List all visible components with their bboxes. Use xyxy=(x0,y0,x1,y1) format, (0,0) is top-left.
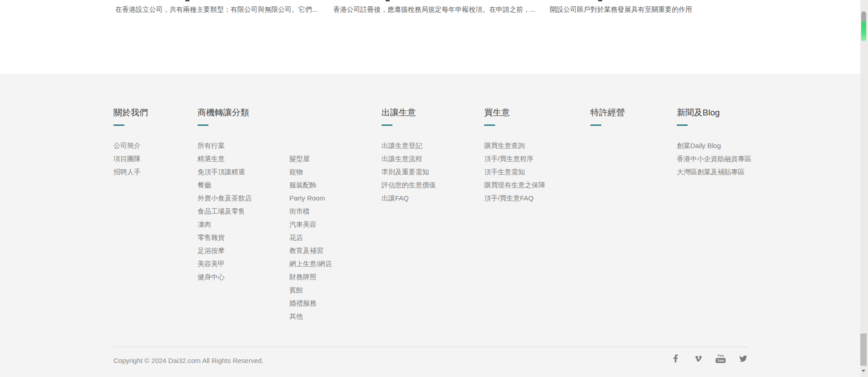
footer-column-about: 關於我們 公司簡介 項目團隊 招聘人手 xyxy=(113,107,148,178)
footer-link[interactable]: 頂手生意需知 xyxy=(484,165,545,178)
cropped-text-fragment xyxy=(185,0,189,1)
scrollbar-thumb[interactable] xyxy=(860,334,867,366)
footer-link[interactable]: 網上生意/網店 xyxy=(289,257,332,270)
scroll-progress-indicator xyxy=(861,11,866,41)
footer-column-title: 商機轉讓分類 xyxy=(198,107,252,118)
accent-underline xyxy=(677,124,688,126)
footer-column-title: 特許經營 xyxy=(590,107,625,118)
scroll-down-button[interactable] xyxy=(860,366,867,377)
footer-link[interactable]: 出讓FAQ xyxy=(382,191,436,205)
accent-underline xyxy=(484,124,495,126)
footer-link[interactable]: 精選生意 xyxy=(198,152,252,165)
footer-link[interactable]: 髮型屋 xyxy=(289,152,332,165)
youtube-link[interactable]: You Tube xyxy=(714,352,727,365)
footer-link[interactable]: 財務牌照 xyxy=(289,270,332,283)
footer-link[interactable]: 創業Daily Blog xyxy=(677,139,751,152)
copyright-text: Copyright © 2024 Dai32.com All Rights Re… xyxy=(113,357,264,364)
cropped-text-fragment xyxy=(598,0,602,1)
footer-link[interactable]: 免頂手頂讓精選 xyxy=(198,165,252,178)
footer-column-buy-business: 買生意 購買生意查詢 頂手/買生意程序 頂手生意需知 購買現有生意之保障 頂手/… xyxy=(484,107,545,205)
accent-underline xyxy=(382,124,392,126)
footer-divider xyxy=(113,347,748,347)
footer-link[interactable]: 美容美甲 xyxy=(198,257,252,270)
blog-excerpt-3: 開設公司賬戶對於業務發展具有至關重要的作用 xyxy=(550,5,692,14)
footer-column-franchise: 特許經營 xyxy=(590,107,625,126)
footer-link[interactable]: 購買現有生意之保障 xyxy=(484,178,545,191)
footer-link[interactable]: 頂手/買生意FAQ xyxy=(484,191,545,205)
footer-link[interactable]: 足浴按摩 xyxy=(198,244,252,257)
blog-excerpt-2: 香港公司註冊後，應遵循稅務局規定每年申報稅項。在申請之前，... xyxy=(333,5,536,14)
footer-link[interactable]: 凍肉 xyxy=(198,218,252,231)
footer-column-title: 出讓生意 xyxy=(382,107,436,118)
accent-underline xyxy=(590,124,601,126)
footer-link[interactable]: 賓館 xyxy=(289,283,332,296)
footer-column-title: 新聞及Blog xyxy=(677,107,751,118)
social-links: You Tube xyxy=(669,352,750,365)
footer-link[interactable]: 出讓生意登記 xyxy=(382,139,436,152)
footer-link[interactable]: 購買生意查詢 xyxy=(484,139,545,152)
footer-column-sell-business: 出讓生意 出讓生意登記 出讓生意流程 準則及重要需知 評估您的生意價值 出讓FA… xyxy=(382,107,436,205)
footer-link[interactable]: 婚禮服務 xyxy=(289,296,332,310)
accent-underline xyxy=(198,124,208,126)
footer-link[interactable]: 香港中小企資助融資專區 xyxy=(677,152,751,165)
footer-column-title: 關於我們 xyxy=(113,107,148,118)
footer-link[interactable]: 健身中心 xyxy=(198,270,252,283)
footer-link[interactable]: 頂手/買生意程序 xyxy=(484,152,545,165)
vimeo-icon xyxy=(694,355,703,363)
youtube-icon: You Tube xyxy=(716,354,726,363)
footer-link[interactable]: 汽車美容 xyxy=(289,218,332,231)
chevron-down-icon xyxy=(862,370,865,372)
footer-link[interactable]: 出讓生意流程 xyxy=(382,152,436,165)
footer-link[interactable]: 街市檔 xyxy=(289,205,332,218)
footer-link[interactable]: 其他 xyxy=(289,310,332,323)
footer-link[interactable]: 準則及重要需知 xyxy=(382,165,436,178)
footer-column-title: 買生意 xyxy=(484,107,545,118)
footer-links-list: 出讓生意登記 出讓生意流程 準則及重要需知 評估您的生意價值 出讓FAQ xyxy=(382,139,436,205)
footer-link[interactable]: 招聘人手 xyxy=(113,165,148,178)
footer-link[interactable]: 花店 xyxy=(289,231,332,244)
footer-link[interactable]: 外賣小食及茶飲店 xyxy=(198,191,252,205)
footer-link[interactable]: Party Room xyxy=(289,191,332,205)
footer-link[interactable]: 寵物 xyxy=(289,165,332,178)
accent-underline xyxy=(113,124,124,126)
facebook-icon xyxy=(673,354,678,363)
twitter-link[interactable] xyxy=(737,352,750,365)
footer-link[interactable]: 評估您的生意價值 xyxy=(382,178,436,191)
facebook-link[interactable] xyxy=(669,352,682,365)
site-footer: 關於我們 公司簡介 項目團隊 招聘人手 商機轉讓分類 所有行業 精選生意 免頂手… xyxy=(0,74,868,377)
twitter-icon xyxy=(739,355,748,363)
footer-link[interactable]: 大灣區創業及補貼專區 xyxy=(677,165,751,178)
vimeo-link[interactable] xyxy=(692,352,704,365)
footer-link[interactable]: 食品工場及零售 xyxy=(198,205,252,218)
footer-links-list: 公司簡介 項目團隊 招聘人手 xyxy=(113,139,148,178)
footer-link[interactable]: 項目團隊 xyxy=(113,152,148,165)
footer-link[interactable]: 餐廳 xyxy=(198,178,252,191)
footer-links-list: 所有行業 精選生意 免頂手頂讓精選 餐廳 外賣小食及茶飲店 食品工場及零售 凍肉… xyxy=(198,139,252,283)
footer-link[interactable]: 教育及補習 xyxy=(289,244,332,257)
footer-link[interactable]: 所有行業 xyxy=(198,139,252,152)
footer-links-list: 髮型屋 寵物 服裝配飾 Party Room 街市檔 汽車美容 花店 教育及補習… xyxy=(289,152,332,323)
footer-links-list: 購買生意查詢 頂手/買生意程序 頂手生意需知 購買現有生意之保障 頂手/買生意F… xyxy=(484,139,545,205)
blog-excerpt-1: 在香港設立公司，共有兩種主要類型：有限公司與無限公司。它們... xyxy=(115,5,318,14)
scrollbar-track[interactable] xyxy=(860,0,868,377)
footer-column-news-blog: 新聞及Blog 創業Daily Blog 香港中小企資助融資專區 大灣區創業及補… xyxy=(677,107,751,178)
footer-link[interactable]: 服裝配飾 xyxy=(289,178,332,191)
cropped-text-fragment xyxy=(386,0,390,1)
footer-column-categories: 商機轉讓分類 所有行業 精選生意 免頂手頂讓精選 餐廳 外賣小食及茶飲店 食品工… xyxy=(198,107,252,283)
footer-link[interactable]: 零售雜貨 xyxy=(198,231,252,244)
footer-link[interactable]: 公司簡介 xyxy=(113,139,148,152)
footer-links-list: 創業Daily Blog 香港中小企資助融資專區 大灣區創業及補貼專區 xyxy=(677,139,751,178)
